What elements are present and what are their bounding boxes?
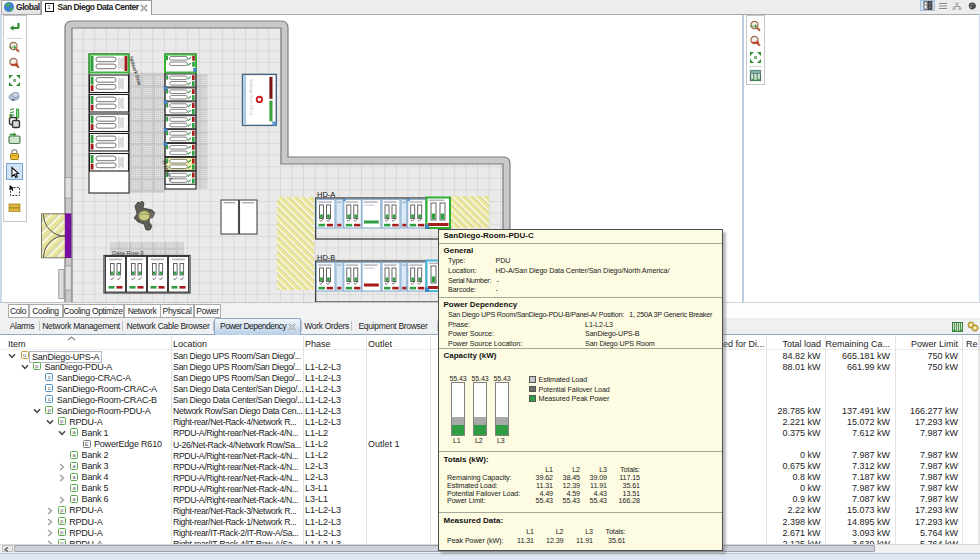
svg-text:SanDiego Room PDU-C: SanDiego Room PDU-C	[249, 79, 253, 116]
svg-text:HD-A: HD-A	[317, 190, 335, 199]
svg-text:HD-B: HD-B	[317, 253, 335, 262]
svg-text:Data Row-3: Data Row-3	[112, 250, 144, 256]
